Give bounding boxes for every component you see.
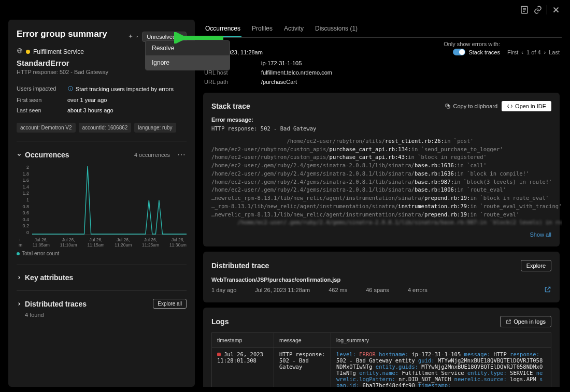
open-in-ide-button[interactable]: Open in IDE (502, 101, 551, 111)
ai-icon[interactable] (127, 34, 139, 40)
distributed-trace-card: Distributed trace Explore WebTransaction… (203, 252, 560, 302)
dropdown-ignore[interactable]: Ignore (146, 55, 230, 70)
chart-x-axis: i.m Jul 26,11:05am Jul 26,11:10am Jul 26… (32, 237, 187, 248)
pager-first[interactable]: First (507, 49, 518, 55)
error-message: HTTP response: 502 - Bad Gateway (211, 125, 551, 133)
open-trace-icon[interactable] (544, 286, 551, 294)
trace-spans: 46 spans (366, 287, 389, 293)
chart-legend: Total error count (17, 251, 187, 256)
explore-button[interactable]: Explore (521, 260, 551, 271)
open-in-logs-button[interactable]: Open in logs (500, 316, 551, 327)
globe-icon (17, 48, 23, 55)
occurrences-header[interactable]: Occurrences 4 occurrences ⋯ (17, 150, 187, 159)
chevron-right-icon (17, 301, 22, 307)
chart-y-axis: 2 1.8 1.6 1.4 1.2 1 0.8 0.6 0.4 0.2 0 (17, 165, 29, 235)
stack-trace-lines: /home/ec2-user/rubytron/utils/rest_clien… (211, 137, 551, 219)
logs-title: Logs (211, 317, 229, 326)
trace-line: /home/ec2-user/.gem/ruby/2.4/gems/sinatr… (211, 178, 551, 186)
error-message-label: Error message: (211, 117, 551, 123)
trace-ts: Jul 26, 2023 11:28am (255, 287, 310, 293)
occurrences-count: 4 occurrences (134, 152, 170, 158)
col-timestamp: timestamp (212, 333, 274, 348)
pager-last[interactable]: Last (549, 49, 560, 55)
summary-panel: Error group summary Unresolved Fulfillme… (8, 20, 195, 387)
pager-prev-icon[interactable]: ‹ (521, 49, 523, 55)
occurrences-chart: 2 1.8 1.6 1.4 1.2 1 0.8 0.6 0.4 0.2 0 i.… (17, 165, 187, 248)
logs-table: timestamp message log_summary Jul 26, 20… (211, 332, 551, 387)
transaction-name: WebTransaction/JSP/purchase/confirmation… (211, 277, 551, 283)
users-impacted-key: Users impacted (17, 85, 61, 93)
trace-errors: 4 errors (408, 287, 428, 293)
trace-line: …newrelic_rpm-8.13.1/lib/new_relic/agent… (211, 194, 551, 202)
tab-activity[interactable]: Activity (283, 21, 305, 37)
notes-icon[interactable] (520, 5, 529, 14)
chevron-down-icon (17, 152, 22, 157)
tag[interactable]: accountId: 1606862 (79, 123, 132, 133)
info-icon (67, 85, 74, 93)
trace-duration: 462 ms (329, 287, 347, 293)
trace-line: /home/ec2-user/.gem/ruby/2.4/gems/sinatr… (211, 170, 551, 178)
copy-clipboard-button[interactable]: Copy to clipboard (445, 103, 497, 109)
tab-profiles[interactable]: Profiles (251, 21, 274, 37)
service-name: Fulfillment Service (33, 48, 84, 55)
key-attributes-header[interactable]: Key attributes (17, 273, 187, 282)
pager-position: 1 of 4 (526, 49, 541, 55)
annotation-arrow (174, 32, 226, 43)
last-seen-val: about 3 hours ago (67, 107, 113, 113)
stack-trace-card: Stack trace Copy to clipboard Open in ID… (203, 93, 560, 246)
tag-row: account: Demotron V2 accountId: 1606862 … (17, 123, 187, 133)
chevron-right-icon (17, 275, 22, 280)
distributed-traces-title: Distributed traces (25, 300, 87, 308)
distributed-traces-header[interactable]: Distributed traces Explore all (17, 299, 187, 309)
trace-line: /home/ec2-user/rubytron/custom_apis/purc… (211, 153, 551, 162)
url-path-key: URL path (204, 79, 261, 85)
trace-line: /home/ec2-user/.gem/ruby/2.4/gems/sinatr… (211, 186, 551, 194)
tag[interactable]: language: ruby (134, 123, 176, 133)
log-row[interactable]: Jul 26, 2023 11:28:01.308HTTP response: … (212, 348, 551, 387)
url-path-val: /purchaseCart (261, 79, 297, 85)
tab-discussions[interactable]: Discussions (1) (314, 21, 359, 37)
page-title: Error group summary (17, 29, 107, 39)
occurrences-title: Occurrences (25, 151, 69, 159)
tabs: Occurrences Profiles Activity Discussion… (202, 20, 562, 38)
pager-next-icon[interactable]: › (544, 49, 546, 55)
trace-line: /home/ec2-user/rubytron/utils/rest_clien… (211, 137, 551, 146)
distributed-trace-title: Distributed trace (211, 262, 269, 270)
trace-line: …_rpm-8.13.1/lib/new_relic/agent/instrum… (211, 202, 551, 211)
trace-line: /home/ec2-user/.gem/ruby/2.4/gems/sinatr… (211, 162, 551, 170)
close-icon[interactable] (551, 5, 561, 14)
url-host-val: fulfillment.telco.nrdemo.com (261, 69, 332, 76)
more-icon[interactable]: ⋯ (177, 150, 187, 159)
status-dropdown: Resolve Ignore (145, 40, 230, 70)
host-val: ip-172-31-1-105 (261, 60, 302, 66)
show-all-link[interactable]: Show all (530, 231, 551, 238)
error-dot-icon (217, 353, 221, 356)
users-impacted-val: Start tracking users impacted by errors (76, 86, 174, 92)
last-seen-key: Last seen (17, 107, 61, 113)
key-attributes-title: Key attributes (25, 273, 73, 282)
trace-age: 1 day ago (211, 287, 236, 293)
blurred-trace-line: /home/ec2-user/.gem/ruby/2.4/gems/sinatr… (211, 219, 551, 227)
trace-line: …newrelic_rpm-8.13.1/lib/new_relic/agent… (211, 211, 551, 219)
divider (547, 5, 547, 14)
only-show-label: Only show errors with: (444, 41, 500, 47)
pager: First ‹ 1 of 4 › Last (507, 49, 560, 55)
stack-trace-title: Stack trace (211, 102, 250, 110)
first-seen-val: over 1 year ago (67, 97, 107, 103)
traces-found: 4 found (17, 312, 187, 318)
col-summary: log_summary (331, 333, 551, 348)
col-message: message (274, 333, 331, 348)
tag[interactable]: account: Demotron V2 (17, 123, 76, 133)
explore-all-button[interactable]: Explore all (153, 299, 187, 309)
logs-card: Logs Open in logs timestamp message log_… (203, 308, 560, 387)
stack-traces-label: Stack traces (468, 49, 500, 55)
link-icon[interactable] (533, 5, 543, 14)
status-label: Unresolved (147, 34, 176, 40)
status-dot-icon (26, 50, 30, 54)
trace-line: /home/ec2-user/rubytron/custom_apis/purc… (211, 146, 551, 154)
first-seen-key: First seen (17, 97, 61, 103)
stack-traces-toggle[interactable] (453, 49, 465, 55)
